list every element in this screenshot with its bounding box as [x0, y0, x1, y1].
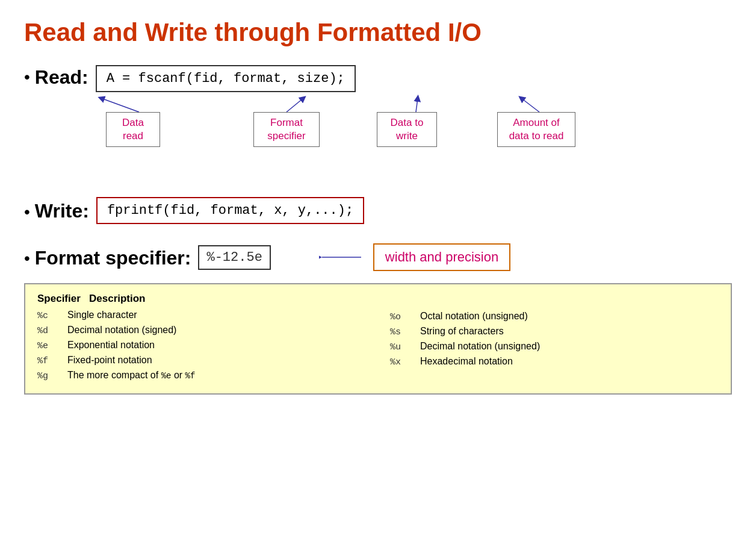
svg-line-0: [101, 98, 139, 112]
desc-s: String of characters: [420, 326, 504, 337]
svg-line-3: [521, 98, 539, 112]
spec-s: %s: [390, 327, 420, 337]
desc-c: Single character: [67, 310, 137, 320]
table-row-c: %c Single character: [37, 310, 366, 321]
spec-u: %u: [390, 342, 420, 352]
spec-o: %o: [390, 312, 420, 322]
spec-f: %f: [37, 356, 67, 366]
width-precision-box: width and precision: [373, 243, 510, 271]
desc-x: Hexadecimal notation: [420, 356, 513, 367]
format-arrow: [319, 248, 367, 266]
table-header: Specifier Description: [37, 293, 366, 305]
write-section: • Write: fprintf(fid, format, x, y,...);: [24, 197, 732, 224]
read-label: Read:: [35, 66, 88, 89]
table-row-d: %d Decimal notation (signed): [37, 325, 366, 336]
table-row-u: %u Decimal notation (unsigned): [390, 341, 719, 352]
specifier-table: Specifier Description %c Single characte…: [24, 283, 732, 395]
page-title: Read and Write through Formatted I/O: [24, 18, 732, 47]
desc-d: Decimal notation (signed): [67, 325, 176, 336]
bullet-format: •: [24, 249, 30, 268]
table-row-e: %e Exponential notation: [37, 340, 366, 351]
desc-o: Octal notation (unsigned): [420, 311, 528, 322]
anno-data-to-write: Data to write: [377, 112, 437, 147]
spec-e: %e: [37, 341, 67, 351]
table-row-x: %x Hexadecimal notation: [390, 356, 719, 367]
table-right-col: %o Octal notation (unsigned) %s String o…: [390, 293, 719, 385]
desc-u: Decimal notation (unsigned): [420, 341, 540, 352]
table-left-col: Specifier Description %c Single characte…: [37, 293, 366, 385]
anno-format-specifier: Format specifier: [253, 112, 320, 147]
table-row-g: %g The more compact of %e or %f: [37, 370, 366, 381]
anno-data-read: Data read: [106, 112, 160, 147]
format-specifier-section: • Format specifier: %-12.5e width and pr…: [24, 243, 732, 271]
table-row-o: %o Octal notation (unsigned): [390, 311, 719, 322]
svg-line-1: [287, 98, 303, 112]
spec-g: %g: [37, 371, 67, 381]
write-label: Write:: [35, 200, 89, 222]
bullet-write: •: [24, 202, 30, 222]
table-row-s: %s String of characters: [390, 326, 719, 337]
desc-g: The more compact of %e or %f: [67, 370, 195, 381]
desc-f: Fixed-point notation: [67, 355, 152, 366]
anno-amount-data: Amount of data to read: [497, 112, 575, 147]
svg-line-2: [416, 98, 418, 112]
spec-c: %c: [37, 311, 67, 321]
spec-d: %d: [37, 326, 67, 336]
table-row-f: %f Fixed-point notation: [37, 355, 366, 366]
read-code-box: A = fscanf(fid, format, size);: [96, 65, 356, 92]
format-spec-code-box: %-12.5e: [198, 245, 270, 270]
format-spec-label: Format specifier:: [35, 247, 191, 269]
write-code-box: fprintf(fid, format, x, y,...);: [96, 197, 364, 224]
spec-x: %x: [390, 357, 420, 367]
desc-e: Exponential notation: [67, 340, 155, 351]
bullet-read: •: [24, 67, 30, 87]
